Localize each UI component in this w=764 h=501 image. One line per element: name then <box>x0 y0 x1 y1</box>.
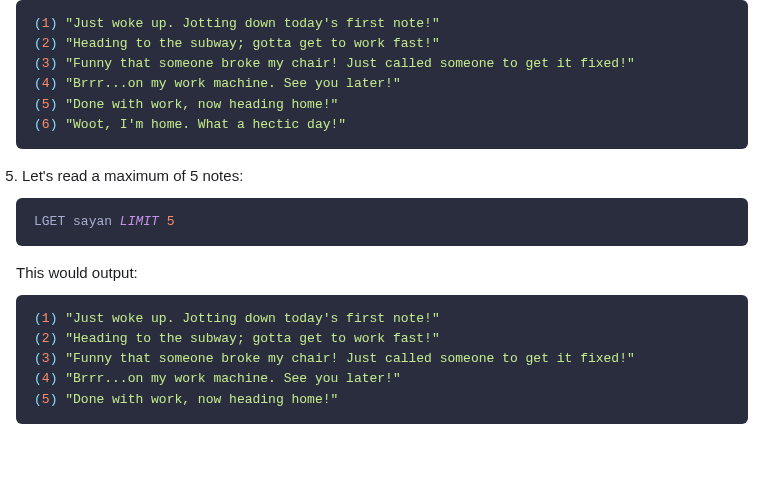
paren-close: ) <box>50 97 58 112</box>
prose-output-text: This would output: <box>16 264 748 281</box>
paren-open: ( <box>34 97 42 112</box>
output-line: (4) "Brrr...on my work machine. See you … <box>34 369 730 389</box>
doc-page: (1) "Just woke up. Jotting down today's … <box>0 0 764 424</box>
line-index: 5 <box>42 392 50 407</box>
output-line: (1) "Just woke up. Jotting down today's … <box>34 309 730 329</box>
paren-open: ( <box>34 392 42 407</box>
cmd-identifier: sayan <box>73 214 112 229</box>
line-index: 1 <box>42 16 50 31</box>
output-line: (5) "Done with work, now heading home!" <box>34 390 730 410</box>
command-line: LGET sayan LIMIT 5 <box>34 212 730 232</box>
line-string: "Brrr...on my work machine. See you late… <box>65 76 400 91</box>
line-string: "Done with work, now heading home!" <box>65 97 338 112</box>
paren-open: ( <box>34 351 42 366</box>
paren-close: ) <box>50 117 58 132</box>
paren-close: ) <box>50 371 58 386</box>
line-string: "Funny that someone broke my chair! Just… <box>65 56 635 71</box>
line-index: 6 <box>42 117 50 132</box>
line-index: 3 <box>42 56 50 71</box>
paren-open: ( <box>34 76 42 91</box>
paren-open: ( <box>34 311 42 326</box>
line-index: 4 <box>42 371 50 386</box>
paren-open: ( <box>34 371 42 386</box>
line-index: 2 <box>42 331 50 346</box>
cmd-keyword-lget: LGET <box>34 214 65 229</box>
paren-open: ( <box>34 56 42 71</box>
output-line: (6) "Woot, I'm home. What a hectic day!" <box>34 115 730 135</box>
line-index: 5 <box>42 97 50 112</box>
line-string: "Heading to the subway; gotta get to wor… <box>65 331 439 346</box>
output-line: (2) "Heading to the subway; gotta get to… <box>34 329 730 349</box>
paren-close: ) <box>50 16 58 31</box>
line-index: 3 <box>42 351 50 366</box>
line-string: "Done with work, now heading home!" <box>65 392 338 407</box>
paren-open: ( <box>34 331 42 346</box>
paren-close: ) <box>50 36 58 51</box>
paren-close: ) <box>50 351 58 366</box>
output-line: (3) "Funny that someone broke my chair! … <box>34 54 730 74</box>
step-5-text: Let's read a maximum of 5 notes: <box>22 167 748 184</box>
step-list: Let's read a maximum of 5 notes: <box>0 167 764 184</box>
output-line: (2) "Heading to the subway; gotta get to… <box>34 34 730 54</box>
output-line: (1) "Just woke up. Jotting down today's … <box>34 14 730 34</box>
line-string: "Brrr...on my work machine. See you late… <box>65 371 400 386</box>
line-string: "Funny that someone broke my chair! Just… <box>65 351 635 366</box>
cmd-keyword-limit: LIMIT <box>120 214 159 229</box>
paren-close: ) <box>50 76 58 91</box>
paren-open: ( <box>34 117 42 132</box>
command-block: LGET sayan LIMIT 5 <box>16 198 748 246</box>
line-index: 1 <box>42 311 50 326</box>
line-string: "Woot, I'm home. What a hectic day!" <box>65 117 346 132</box>
output-line: (3) "Funny that someone broke my chair! … <box>34 349 730 369</box>
paren-open: ( <box>34 16 42 31</box>
paren-open: ( <box>34 36 42 51</box>
paren-close: ) <box>50 392 58 407</box>
line-string: "Just woke up. Jotting down today's firs… <box>65 311 439 326</box>
line-index: 4 <box>42 76 50 91</box>
output-line: (5) "Done with work, now heading home!" <box>34 95 730 115</box>
paren-close: ) <box>50 331 58 346</box>
line-string: "Heading to the subway; gotta get to wor… <box>65 36 439 51</box>
line-index: 2 <box>42 36 50 51</box>
cmd-limit-value: 5 <box>167 214 175 229</box>
paren-close: ) <box>50 56 58 71</box>
output-line: (4) "Brrr...on my work machine. See you … <box>34 74 730 94</box>
paren-close: ) <box>50 311 58 326</box>
line-string: "Just woke up. Jotting down today's firs… <box>65 16 439 31</box>
output-block-1: (1) "Just woke up. Jotting down today's … <box>16 0 748 149</box>
output-block-2: (1) "Just woke up. Jotting down today's … <box>16 295 748 424</box>
